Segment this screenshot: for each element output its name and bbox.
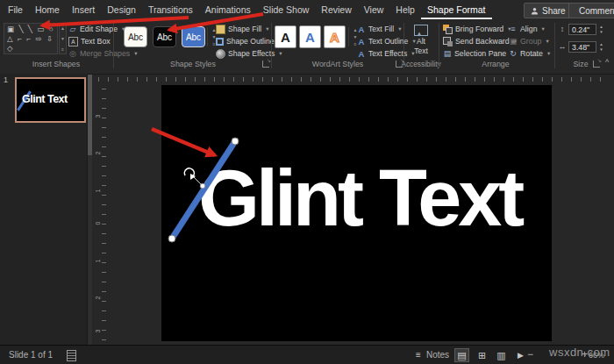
- panel-scrollbar-thumb[interactable]: [88, 75, 92, 155]
- collapse-ribbon-chevron[interactable]: ^: [605, 58, 609, 67]
- shape-width-input[interactable]: 3.48": [568, 41, 596, 53]
- group-label-insert-shapes: Insert Shapes: [7, 60, 105, 68]
- spinner-up-icon[interactable]: ▲: [599, 42, 603, 46]
- text-box-button[interactable]: A Text Box: [68, 36, 111, 46]
- watermark: wsxdn.com: [549, 346, 610, 359]
- notes-button[interactable]: Notes: [426, 350, 449, 360]
- shape-style-preset-black[interactable]: Abc: [153, 26, 176, 47]
- selection-pane-button[interactable]: ▤ Selection Pane: [443, 48, 506, 59]
- notes-lines-icon: ≡: [416, 350, 421, 360]
- text-effects-button[interactable]: A Text Effects: [357, 48, 415, 59]
- shape-fill-button[interactable]: Shape Fill: [216, 24, 268, 34]
- align-button[interactable]: ≡ Align: [509, 24, 545, 34]
- ruler-number: 3: [95, 110, 101, 118]
- normal-view-button[interactable]: ▤: [454, 348, 469, 362]
- ruler-number: 1: [95, 254, 101, 263]
- shape-width-spinner[interactable]: ▲▼: [597, 41, 605, 53]
- shape-height-spinner[interactable]: ▲▼: [597, 24, 605, 35]
- alt-text-image-icon: [414, 25, 428, 36]
- ruler-number: 3: [95, 325, 101, 333]
- shape-height-input[interactable]: 0.24": [568, 24, 596, 35]
- share-label: Share: [542, 6, 566, 16]
- gallery-up-icon[interactable]: ▲: [61, 25, 65, 31]
- gallery-more-icon[interactable]: ≡: [354, 41, 357, 46]
- tab-help[interactable]: Help: [389, 1, 421, 19]
- group-divider: [554, 23, 555, 68]
- shape-outline-label: Shape Outline: [226, 37, 274, 46]
- tab-design[interactable]: Design: [101, 1, 142, 19]
- shape-gallery-row-2: △ ⌐ ⌐ ⇨ ⇩ ◇: [7, 34, 57, 54]
- gallery-more-icon[interactable]: ≡: [61, 46, 64, 52]
- powerpoint-window: File Home Insert Design Transitions Anim…: [0, 0, 614, 364]
- bring-forward-button[interactable]: Bring Forward: [443, 24, 511, 34]
- tab-slide-show[interactable]: Slide Show: [257, 1, 316, 19]
- tab-file[interactable]: File: [2, 1, 29, 19]
- comments-button[interactable]: Comments: [568, 3, 614, 18]
- slide-wordart-text[interactable]: Glint Text: [198, 159, 521, 238]
- tab-review[interactable]: Review: [315, 1, 357, 19]
- rotate-label: Rotate: [520, 49, 543, 58]
- share-person-icon: [531, 7, 539, 15]
- gallery-more-icon[interactable]: ≡: [213, 41, 216, 46]
- shape-effects-button[interactable]: Shape Effects: [216, 48, 282, 59]
- tab-shape-format[interactable]: Shape Format: [421, 1, 492, 19]
- slides-panel: 1 Glint Text: [0, 74, 87, 345]
- slide-number: 1: [4, 75, 8, 84]
- accessibility-checker-icon[interactable]: [67, 350, 76, 361]
- tab-animations[interactable]: Animations: [199, 1, 257, 19]
- alt-text-button[interactable]: Alt Text: [407, 22, 435, 57]
- edit-shape-icon: ▱: [68, 25, 77, 33]
- wordart-preset-black[interactable]: A: [275, 25, 296, 48]
- shape-styles-dialog-launcher[interactable]: [262, 61, 269, 68]
- shape-outline-icon: [216, 38, 224, 46]
- send-backward-button[interactable]: Send Backward: [443, 36, 517, 46]
- shape-gallery-row-1: ▣ ╲ ╲ ▭ ○: [7, 25, 57, 34]
- shape-gallery[interactable]: ▣ ╲ ╲ ▭ ○ △ ⌐ ⌐ ⇨ ⇩ ◇ ʃ ⌒ { } ☆: [4, 23, 58, 54]
- slide-thumbnail[interactable]: Glint Text: [15, 77, 86, 123]
- group-label-accessibility: Accessibility: [393, 60, 449, 68]
- alt-text-label-1: Alt: [417, 37, 425, 46]
- edit-shape-button[interactable]: ▱ Edit Shape: [68, 24, 125, 34]
- slide-show-icon: ▶: [518, 351, 524, 360]
- spinner-up-icon[interactable]: ▲: [599, 25, 603, 29]
- tab-home[interactable]: Home: [29, 1, 66, 19]
- spinner-down-icon[interactable]: ▼: [599, 47, 603, 52]
- shape-gallery-scrollbar[interactable]: ▲ ▼ ≡: [59, 23, 67, 54]
- tab-transitions[interactable]: Transitions: [142, 1, 199, 19]
- wordart-preset-orange-outline[interactable]: A: [324, 25, 346, 48]
- group-label-arrange: Arrange: [456, 60, 535, 68]
- rotate-icon: ↻: [509, 49, 518, 58]
- slide-sorter-view-button[interactable]: ⊞: [475, 348, 489, 362]
- shape-fill-icon: [216, 25, 225, 34]
- slide-show-button[interactable]: ▶: [513, 348, 528, 362]
- spinner-down-icon[interactable]: ▼: [599, 30, 603, 34]
- send-backward-label: Send Backward: [455, 37, 510, 46]
- size-dialog-launcher[interactable]: [593, 61, 600, 68]
- wordart-preset-blue[interactable]: A: [299, 25, 321, 48]
- merge-shapes-button[interactable]: ◎ Merge Shapes: [68, 48, 137, 59]
- ruler-number: 2: [95, 146, 101, 155]
- zoom-out-button[interactable]: −: [527, 348, 533, 360]
- text-fill-label: Text Fill: [368, 25, 394, 33]
- shape-style-preset-white[interactable]: Abc: [124, 26, 147, 47]
- shape-style-preset-blue[interactable]: Abc: [182, 26, 205, 47]
- selection-pane-icon: ▤: [443, 49, 452, 58]
- slide-indicator: Slide 1 of 1: [9, 350, 53, 360]
- text-fill-button[interactable]: A Text Fill: [357, 24, 401, 34]
- group-button[interactable]: ▣ Group: [509, 36, 549, 46]
- rotate-button[interactable]: ↻ Rotate: [509, 48, 550, 59]
- ribbon: ▣ ╲ ╲ ▭ ○ △ ⌐ ⌐ ⇨ ⇩ ◇ ʃ ⌒ { } ☆ ▲ ▼ ≡ ▱ …: [0, 19, 614, 75]
- text-outline-icon: A: [357, 37, 366, 46]
- group-label-shape-styles: Shape Styles: [136, 60, 250, 68]
- menu-bar: File Home Insert Design Transitions Anim…: [0, 0, 614, 19]
- slide-sorter-icon: ⊞: [478, 350, 486, 361]
- gallery-down-icon[interactable]: ▼: [61, 36, 65, 41]
- tab-insert[interactable]: Insert: [66, 1, 101, 19]
- group-objects-icon: ▣: [509, 37, 518, 46]
- panel-scrollbar[interactable]: [88, 75, 92, 345]
- reading-view-button[interactable]: ▥: [494, 348, 509, 362]
- shape-width-icon: ↔: [558, 42, 567, 51]
- alt-text-label-2: Text: [414, 46, 428, 55]
- tab-view[interactable]: View: [358, 1, 390, 19]
- ruler-number: 1: [95, 184, 101, 193]
